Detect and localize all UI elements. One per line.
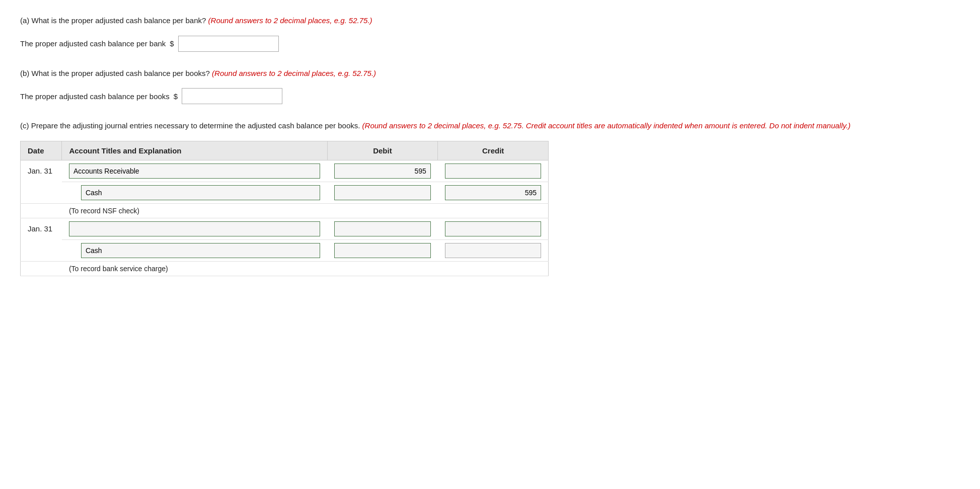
entry2-debit2-input[interactable] — [334, 243, 431, 258]
answer-b-input[interactable] — [182, 88, 282, 104]
question-c: (c) Prepare the adjusting journal entrie… — [20, 120, 960, 132]
entry2-account2-input[interactable] — [81, 243, 320, 258]
entry2-credit2 — [438, 239, 549, 261]
answer-b-dollar: $ — [174, 92, 178, 101]
entry1-credit1 — [438, 160, 549, 182]
entry2-note-date — [21, 261, 62, 276]
question-a: (a) What is the proper adjusted cash bal… — [20, 15, 960, 27]
entry1-debit1 — [327, 160, 438, 182]
table-row — [21, 182, 549, 203]
entry2-credit1-input[interactable] — [445, 221, 541, 236]
header-account: Account Titles and Explanation — [62, 141, 327, 160]
entry1-credit1-input[interactable] — [445, 164, 541, 179]
answer-a-dollar: $ — [170, 39, 174, 48]
header-credit: Credit — [438, 141, 549, 160]
answer-b-line: The proper adjusted cash balance per boo… — [20, 88, 960, 104]
answer-a-input[interactable] — [178, 36, 279, 52]
entry1-date: Jan. 31 — [21, 160, 62, 203]
entry1-credit2-input[interactable] — [445, 185, 541, 200]
answer-a-line: The proper adjusted cash balance per ban… — [20, 36, 960, 52]
question-b-text: (b) What is the proper adjusted cash bal… — [20, 69, 210, 77]
journal-table: Date Account Titles and Explanation Debi… — [20, 141, 549, 276]
answer-a-label: The proper adjusted cash balance per ban… — [20, 39, 166, 48]
entry1-debit2-input[interactable] — [334, 185, 431, 200]
table-row-note: (To record bank service charge) — [21, 261, 549, 276]
question-c-hint: (Round answers to 2 decimal places, e.g.… — [362, 121, 851, 130]
answer-b-label: The proper adjusted cash balance per boo… — [20, 92, 170, 101]
entry1-debit1-input[interactable] — [334, 164, 431, 179]
entry1-note-date — [21, 203, 62, 218]
entry1-account2 — [62, 182, 327, 203]
question-a-hint: (Round answers to 2 decimal places, e.g.… — [208, 16, 372, 25]
entry2-account2 — [62, 239, 327, 261]
entry1-account1-input[interactable] — [69, 164, 320, 179]
header-date: Date — [21, 141, 62, 160]
question-c-text: (c) Prepare the adjusting journal entrie… — [20, 121, 360, 130]
table-row — [21, 239, 549, 261]
question-b: (b) What is the proper adjusted cash bal… — [20, 68, 960, 79]
entry1-account1 — [62, 160, 327, 182]
section-b: (b) What is the proper adjusted cash bal… — [20, 68, 960, 105]
header-debit: Debit — [327, 141, 438, 160]
question-b-hint: (Round answers to 2 decimal places, e.g.… — [212, 69, 376, 77]
question-a-text: (a) What is the proper adjusted cash bal… — [20, 16, 206, 25]
section-a: (a) What is the proper adjusted cash bal… — [20, 15, 960, 52]
entry2-account1 — [62, 218, 327, 239]
entry2-debit2 — [327, 239, 438, 261]
entry1-note: (To record NSF check) — [62, 203, 549, 218]
table-row: Jan. 31 — [21, 160, 549, 182]
section-c: (c) Prepare the adjusting journal entrie… — [20, 120, 960, 276]
entry2-debit1-input[interactable] — [334, 221, 431, 236]
entry1-credit2 — [438, 182, 549, 203]
entry2-debit1 — [327, 218, 438, 239]
table-row: Jan. 31 — [21, 218, 549, 239]
entry1-account2-input[interactable] — [81, 185, 320, 200]
entry2-credit1 — [438, 218, 549, 239]
entry2-date: Jan. 31 — [21, 218, 62, 261]
entry2-note: (To record bank service charge) — [62, 261, 549, 276]
entry2-account1-input[interactable] — [69, 221, 320, 236]
entry1-debit2 — [327, 182, 438, 203]
table-row-note: (To record NSF check) — [21, 203, 549, 218]
entry2-credit2-input[interactable] — [445, 243, 541, 258]
